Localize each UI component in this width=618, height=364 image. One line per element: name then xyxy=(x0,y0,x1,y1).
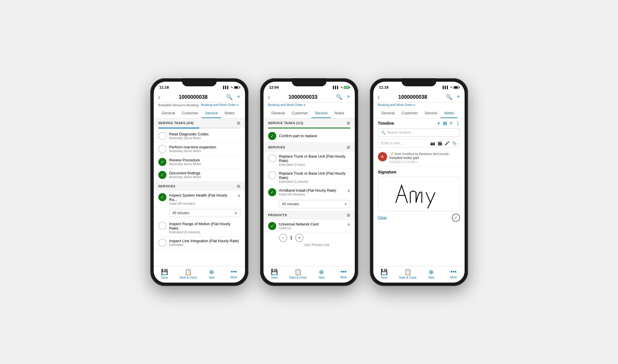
tab-notes-1[interactable]: Notes xyxy=(221,109,238,118)
save-close-button-1[interactable]: 📋 Save & Close xyxy=(179,268,197,279)
more-button-1[interactable]: ••• More xyxy=(227,268,241,279)
subtitle2-1[interactable]: Booking and Work Order ∨ xyxy=(201,103,239,107)
products-header-2: PRODUCTS ⊞ xyxy=(263,210,355,220)
task-item-1-2: Perform real-time inspection Assembly Se… xyxy=(154,143,245,156)
video-icon[interactable]: 🎬 xyxy=(437,141,442,145)
tab-notes-3[interactable]: Notes xyxy=(441,109,457,118)
more-button-2[interactable]: ••• More xyxy=(336,268,351,279)
timeline-add-icon[interactable]: + xyxy=(437,121,440,126)
service-check-2-2[interactable] xyxy=(268,171,276,179)
task-check-1-2[interactable] xyxy=(158,145,166,153)
section-grid-icon-2[interactable]: ⊞ xyxy=(347,121,350,125)
clear-button[interactable]: Clear xyxy=(378,215,387,220)
timeline-list-icon[interactable]: ≡ xyxy=(450,121,452,126)
time-2: 12:04 xyxy=(269,85,279,89)
attach-icon[interactable]: 📎 xyxy=(452,141,457,145)
top-nav-2: ‹ 1000000033 🔍 + xyxy=(263,92,355,102)
service-check-1-2[interactable] xyxy=(158,222,166,230)
service-tasks-label-2: SERVICE TASKS (1/1) xyxy=(268,121,304,125)
add-button-1[interactable]: + xyxy=(237,94,240,100)
back-button-3[interactable]: ‹ xyxy=(378,94,380,100)
qty-control-2: − 1 + xyxy=(279,234,350,242)
section-grid-icon-1[interactable]: ⊞ xyxy=(237,121,240,125)
save-close-button-2[interactable]: 📋 Save & Close xyxy=(289,268,307,279)
save-button-2[interactable]: 💾 Save xyxy=(267,268,282,279)
add-button-3[interactable]: + xyxy=(457,94,460,100)
search-button-3[interactable]: 🔍 xyxy=(446,94,452,100)
confirm-signature-button[interactable]: ✓ xyxy=(452,214,460,222)
services-label-1: SERVICES xyxy=(158,184,175,188)
search-button-2[interactable]: 🔍 xyxy=(336,94,342,100)
new-icon-1: ⊕ xyxy=(209,268,214,275)
back-button-1[interactable]: ‹ xyxy=(158,94,160,100)
tab-general-2[interactable]: General xyxy=(268,109,288,118)
note-time: 1/14/2021 11:18 AM ∨ xyxy=(389,160,449,164)
task-check-2-1[interactable]: ✓ xyxy=(268,132,276,140)
tabs-3: General Customer Service Notes xyxy=(373,109,465,118)
qty-plus-2[interactable]: + xyxy=(295,234,303,242)
expand-note-icon[interactable]: ∨ xyxy=(416,160,418,164)
tab-service-3[interactable]: Service xyxy=(421,109,441,118)
services-grid-icon-2[interactable]: ⊞ xyxy=(347,145,350,150)
add-button-2[interactable]: + xyxy=(347,94,350,100)
note-icon: 📝 xyxy=(389,152,394,156)
expand-icon-prod-1[interactable]: ∧ xyxy=(347,222,350,227)
new-button-1[interactable]: ⊕ New xyxy=(205,268,219,279)
camera-icon[interactable]: 📷 xyxy=(430,141,435,145)
duration-select-1[interactable]: 45 minutes ∨ xyxy=(169,209,240,217)
tabs-2: General Customer Service Notes xyxy=(263,109,355,118)
task-check-1-1[interactable] xyxy=(158,132,166,140)
service-check-2-3[interactable]: ✓ xyxy=(268,188,276,196)
note-author: Note modified by Abraham McCormick xyxy=(395,152,449,156)
note-input-field[interactable]: Enter a note... 📷 🎬 🎤 📎 xyxy=(378,139,460,148)
dropdown-icon-3: ∨ xyxy=(413,103,415,107)
tab-service-1[interactable]: Service xyxy=(202,109,221,118)
new-button-2[interactable]: ⊕ New xyxy=(314,268,329,279)
signature-section: Signature xyxy=(373,166,465,225)
battery-icon-3 xyxy=(454,86,459,89)
tab-customer-1[interactable]: Customer xyxy=(179,109,202,118)
expand-icon-1-1[interactable]: ∧ xyxy=(237,193,240,198)
nav-actions-3: 🔍 + xyxy=(446,94,460,100)
tab-general-1[interactable]: General xyxy=(158,109,179,118)
tab-notes-2[interactable]: Notes xyxy=(331,109,348,118)
services-grid-icon-1[interactable]: ⊞ xyxy=(237,184,240,188)
duration-select-2[interactable]: 45 minutes ∨ xyxy=(279,200,350,208)
service-check-2-1[interactable] xyxy=(268,154,276,162)
signature-area[interactable] xyxy=(378,177,460,211)
signature-footer: Clear ✓ xyxy=(378,214,460,222)
task-check-1-4[interactable]: ✓ xyxy=(158,171,166,179)
save-button-1[interactable]: 💾 Save xyxy=(157,268,172,279)
back-button-2[interactable]: ‹ xyxy=(268,94,270,100)
wifi-icon-3: ∿ xyxy=(450,86,452,89)
subtitle2-2[interactable]: Booking and Work Order ∨ xyxy=(268,103,306,107)
save-button-3[interactable]: 💾 Save xyxy=(377,268,391,279)
save-icon-2: 💾 xyxy=(271,268,278,275)
task-item-1-3: ✓ Review Procedure Assembly Servo Motor xyxy=(154,156,245,169)
tab-customer-2[interactable]: Customer xyxy=(288,109,311,118)
tab-general-3[interactable]: General xyxy=(378,109,398,118)
product-content-2-1: Universal Network Card Used (1) xyxy=(279,222,344,230)
qty-minus-2[interactable]: − xyxy=(279,234,287,242)
expand-icon-2-3[interactable]: ∧ xyxy=(347,188,350,193)
tab-customer-3[interactable]: Customer xyxy=(398,109,421,118)
timeline-search[interactable]: 🔍 Search timeline xyxy=(378,128,460,137)
search-button-1[interactable]: 🔍 xyxy=(226,94,233,100)
timeline-filter-icon[interactable]: ⊟ xyxy=(443,121,447,126)
service-content-2-3: ArmBand Install (Flat Hourly Rate) Used … xyxy=(279,188,344,196)
products-grid-icon-2[interactable]: ⊞ xyxy=(347,213,350,217)
more-button-3[interactable]: ••• More xyxy=(446,268,461,279)
wifi-icon-2: ∿ xyxy=(340,86,343,89)
subtitle2-3[interactable]: Booking and Work Order ∨ xyxy=(378,103,416,107)
tab-service-2[interactable]: Service xyxy=(311,109,331,118)
task-text-1-3: Review Procedure Assembly Servo Motor xyxy=(169,158,240,166)
save-close-button-3[interactable]: 📋 Save & Close xyxy=(399,268,417,279)
task-check-1-3[interactable]: ✓ xyxy=(158,158,166,166)
new-button-3[interactable]: ⊕ New xyxy=(424,268,439,279)
mic-icon[interactable]: 🎤 xyxy=(445,141,450,145)
service-check-1-3[interactable] xyxy=(158,239,166,247)
dropdown-icon-2: ∨ xyxy=(303,103,306,107)
product-check-2-1[interactable]: ✓ xyxy=(268,222,276,230)
timeline-more-icon[interactable]: ⋮ xyxy=(455,121,460,126)
service-check-1-1[interactable]: ✓ xyxy=(158,193,166,201)
